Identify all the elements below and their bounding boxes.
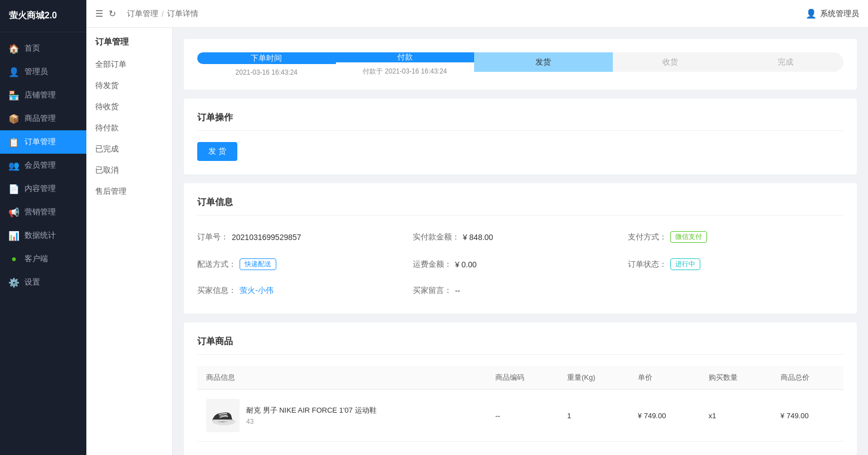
total-cell: ¥ 749.00 (772, 390, 843, 442)
sidebar-item-label: 数据统计 (25, 231, 56, 241)
topbar-user[interactable]: 👤 系统管理员 (806, 8, 859, 19)
shipping-fee-row: 运费金额： ¥ 0.00 (413, 254, 628, 275)
username: 系统管理员 (820, 9, 859, 19)
page-content: 下单时间 2021-03-16 16:43:24 付款 付款于 2021-03-… (173, 28, 868, 455)
order-number-row: 订单号： 2021031699529857 (197, 227, 413, 247)
step-bar-place-order: 下单时间 (197, 52, 336, 64)
col-quantity: 购买数量 (700, 366, 772, 390)
table-row: 耐克 男子 NIKE AIR FORCE 1'07 运动鞋 43 -- 1 ¥ … (197, 390, 843, 442)
product-code-cell: -- (486, 390, 558, 442)
buyer-remark-label: 买家留言： (413, 286, 452, 296)
col-product-info: 商品信息 (197, 366, 486, 390)
sub-nav-completed[interactable]: 已完成 (86, 139, 172, 160)
progress-bar-container: 下单时间 2021-03-16 16:43:24 付款 付款于 2021-03-… (197, 52, 843, 76)
app-logo: 萤火商城2.0 (0, 0, 86, 32)
order-goods-table: 商品信息 商品编码 重量(Kg) 单价 购买数量 商品总价 (197, 366, 843, 442)
sidebar-item-content[interactable]: 📄 内容管理 (0, 177, 86, 200)
sub-nav-pending-ship[interactable]: 待发货 (86, 75, 172, 96)
menu-icon[interactable]: ☰ (95, 8, 103, 19)
step-bar-complete: 完成 (728, 52, 843, 72)
product-sku: 43 (246, 418, 377, 425)
step-bar-payment: 付款 (336, 52, 475, 62)
order-number-value: 2021031699529857 (232, 233, 301, 242)
step-time-payment: 付款于 2021-03-16 16:43:24 (363, 67, 447, 76)
sidebar-item-label: 商品管理 (25, 114, 56, 124)
content-icon: 📄 (9, 184, 19, 194)
user-icon: 👤 (806, 8, 817, 19)
price-cell: ¥ 749.00 (629, 390, 700, 442)
svg-rect-2 (212, 419, 232, 422)
sidebar-item-product[interactable]: 📦 商品管理 (0, 107, 86, 130)
sidebar-item-admin[interactable]: 👤 管理员 (0, 60, 86, 84)
refresh-icon[interactable]: ↻ (109, 8, 116, 19)
weight-cell: 1 (558, 390, 629, 442)
product-info-cell: 耐克 男子 NIKE AIR FORCE 1'07 运动鞋 43 (197, 390, 486, 442)
sub-nav-aftersale[interactable]: 售后管理 (86, 181, 172, 202)
buyer-info-link[interactable]: 萤火-小伟 (240, 286, 274, 296)
buyer-remark-row: 买家留言： -- (413, 281, 628, 300)
sub-nav-all-orders[interactable]: 全部订单 (86, 54, 172, 75)
order-icon: 📋 (9, 137, 19, 147)
payment-method-row: 支付方式： 微信支付 (628, 227, 843, 247)
shoe-image (207, 400, 238, 431)
content-area: 订单管理 全部订单 待发货 待收货 待付款 已完成 已取消 售后管理 下单时间 … (86, 28, 868, 455)
col-total: 商品总价 (772, 366, 843, 390)
breadcrumb-item-detail: 订单详情 (167, 9, 198, 19)
member-icon: 👥 (9, 160, 19, 170)
topbar: ☰ ↻ 订单管理 / 订单详情 👤 系统管理员 (86, 0, 868, 28)
order-goods-title: 订单商品 (197, 336, 843, 355)
payment-method-tag: 微信支付 (670, 231, 707, 243)
actual-amount-row: 实付款金额： ¥ 848.00 (413, 227, 628, 247)
sidebar-item-order[interactable]: 📋 订单管理 (0, 130, 86, 154)
order-number-label: 订单号： (197, 232, 228, 242)
sub-nav-cancelled[interactable]: 已取消 (86, 160, 172, 181)
order-status-tag: 进行中 (670, 258, 700, 270)
sidebar-item-client[interactable]: ● 客户端 (0, 247, 86, 271)
step-ship: 发货 (474, 52, 613, 76)
sidebar-item-label: 客户端 (25, 254, 48, 264)
order-status-row: 订单状态： 进行中 (628, 254, 843, 275)
col-weight: 重量(Kg) (558, 366, 629, 390)
sidebar-nav: 🏠 首页 👤 管理员 🏪 店铺管理 📦 商品管理 📋 订单管理 👥 会员管理 📄… (0, 32, 86, 455)
breadcrumb-item-order[interactable]: 订单管理 (127, 9, 158, 19)
sub-sidebar-title: 订单管理 (86, 37, 172, 54)
sidebar-item-member[interactable]: 👥 会员管理 (0, 154, 86, 177)
delivery-method-label: 配送方式： (197, 260, 236, 270)
order-operation-card: 订单操作 发 货 (184, 99, 857, 174)
sidebar-item-stats[interactable]: 📊 数据统计 (0, 224, 86, 247)
ship-button[interactable]: 发 货 (197, 142, 237, 161)
sidebar-item-home[interactable]: 🏠 首页 (0, 37, 86, 60)
marketing-icon: 📢 (9, 207, 19, 217)
sidebar-item-label: 管理员 (25, 67, 48, 77)
sidebar-item-label: 首页 (25, 43, 40, 53)
delivery-method-tag: 快递配送 (240, 258, 276, 270)
order-status-label: 订单状态： (628, 260, 667, 270)
step-bar-receive: 收货 (613, 52, 728, 72)
step-time-place-order: 2021-03-16 16:43:24 (236, 69, 298, 76)
sidebar: 萤火商城2.0 🏠 首页 👤 管理员 🏪 店铺管理 📦 商品管理 📋 订单管理 … (0, 0, 86, 455)
sidebar-item-settings[interactable]: ⚙️ 设置 (0, 271, 86, 294)
sidebar-item-marketing[interactable]: 📢 营销管理 (0, 200, 86, 224)
sub-nav-pending-receive[interactable]: 待收货 (86, 96, 172, 118)
col-price: 单价 (629, 366, 700, 390)
order-operation-title: 订单操作 (197, 112, 843, 131)
order-info-grid: 订单号： 2021031699529857 实付款金额： ¥ 848.00 支付… (197, 227, 843, 300)
topbar-icons: ☰ ↻ (95, 8, 116, 19)
admin-icon: 👤 (9, 67, 19, 77)
buyer-info-row: 买家信息： 萤火-小伟 (197, 281, 413, 300)
step-place-order: 下单时间 2021-03-16 16:43:24 (197, 52, 336, 76)
product-icon: 📦 (9, 114, 19, 124)
sidebar-item-store[interactable]: 🏪 店铺管理 (0, 84, 86, 107)
sidebar-item-label: 会员管理 (25, 160, 56, 170)
client-icon: ● (9, 254, 19, 264)
sub-sidebar: 订单管理 全部订单 待发货 待收货 待付款 已完成 已取消 售后管理 (86, 28, 173, 455)
sidebar-item-label: 设置 (25, 277, 40, 287)
delivery-method-row: 配送方式： 快递配送 (197, 254, 413, 275)
order-goods-card: 订单商品 商品信息 商品编码 重量(Kg) 单价 购买数量 商品总价 (184, 322, 857, 455)
step-receive: 收货 (613, 52, 728, 76)
col-product-code: 商品编码 (486, 366, 558, 390)
quantity-cell: x1 (700, 390, 772, 442)
buyer-info-label: 买家信息： (197, 286, 236, 296)
order-info-card: 订单信息 订单号： 2021031699529857 实付款金额： ¥ 848.… (184, 183, 857, 314)
sub-nav-pending-pay[interactable]: 待付款 (86, 118, 172, 139)
